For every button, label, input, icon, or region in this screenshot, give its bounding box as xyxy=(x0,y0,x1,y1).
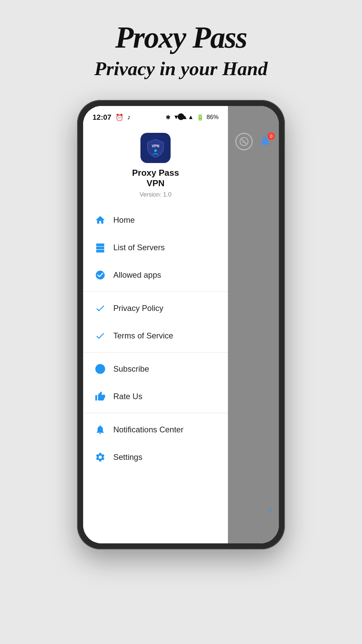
menu-item-privacy-policy[interactable]: Privacy Policy xyxy=(83,294,228,322)
menu-item-subscribe[interactable]: ad Subscribe xyxy=(83,355,228,383)
phone-frame: 12:07 ⏰ ♪ ✱ ▼ ▲▲ 🔋 86% xyxy=(77,100,285,549)
menu-label-list-of-servers: List of Servers xyxy=(113,243,165,252)
allowed-apps-icon xyxy=(94,269,107,281)
servers-icon xyxy=(94,241,107,254)
menu-label-rate-us: Rate Us xyxy=(113,392,142,401)
menu-divider-2 xyxy=(83,352,228,353)
notifications-icon xyxy=(94,423,107,436)
battery-percent: 86% xyxy=(206,114,219,121)
menu-item-notifications-center[interactable]: Notifications Center xyxy=(83,416,228,443)
battery-icon: 🔋 xyxy=(196,114,204,121)
menu-container: Home List of Servers Allowed apps xyxy=(83,206,228,471)
status-bar: 12:07 ⏰ ♪ ✱ ▼ ▲▲ 🔋 86% xyxy=(83,106,228,124)
hero-section: Proxy Pass Privacy in your Hand xyxy=(94,20,267,80)
bell-button[interactable]: 0 xyxy=(259,135,272,149)
menu-divider-1 xyxy=(83,291,228,292)
home-icon xyxy=(94,214,107,226)
menu-item-rate-us[interactable]: Rate Us xyxy=(83,383,228,410)
time-display: 12:07 xyxy=(93,113,111,122)
subscribe-icon: ad xyxy=(94,363,107,375)
menu-label-subscribe: Subscribe xyxy=(113,364,149,374)
arrow-right[interactable]: › xyxy=(268,504,272,517)
bluetooth-icon: ✱ xyxy=(166,114,171,121)
drawer: 12:07 ⏰ ♪ ✱ ▼ ▲▲ 🔋 86% xyxy=(83,106,228,543)
app-name: Proxy PassVPN xyxy=(132,168,179,189)
rate-us-icon xyxy=(94,390,107,403)
menu-label-home: Home xyxy=(113,215,135,225)
menu-label-privacy-policy: Privacy Policy xyxy=(113,304,163,313)
menu-item-allowed-apps[interactable]: Allowed apps xyxy=(83,261,228,289)
svg-text:ad: ad xyxy=(99,367,103,371)
app-version: Version: 1.0 xyxy=(140,191,172,198)
status-icons-right: ✱ ▼ ▲▲ 🔋 86% xyxy=(166,114,219,121)
privacy-policy-icon xyxy=(94,302,107,315)
svg-text:VPN: VPN xyxy=(152,144,160,148)
terms-icon xyxy=(94,329,107,342)
alarm-icon: ⏰ xyxy=(115,113,124,121)
camera-dot xyxy=(178,113,184,120)
menu-label-notifications-center: Notifications Center xyxy=(113,425,183,434)
drawer-header: VPN Proxy PassVPN Version: 1.0 xyxy=(83,126,228,204)
no-ads-icon-circle[interactable]: ad xyxy=(235,133,253,150)
svg-point-1 xyxy=(154,149,157,152)
menu-item-settings[interactable]: Settings xyxy=(83,443,228,471)
main-top-icons: ad 0 xyxy=(229,126,278,157)
menu-item-terms-of-service[interactable]: Terms of Service xyxy=(83,322,228,350)
menu-item-list-of-servers[interactable]: List of Servers xyxy=(83,234,228,261)
hero-title-main: Proxy Pass xyxy=(94,20,267,55)
app-icon: VPN xyxy=(140,133,171,163)
menu-item-home[interactable]: Home xyxy=(83,206,228,234)
menu-label-terms-of-service: Terms of Service xyxy=(113,331,173,340)
menu-label-allowed-apps: Allowed apps xyxy=(113,270,161,280)
hero-title-sub: Privacy in your Hand xyxy=(94,57,267,80)
status-icons-left: ⏰ ♪ xyxy=(115,113,130,121)
menu-divider-3 xyxy=(83,413,228,413)
svg-text:ad: ad xyxy=(242,141,245,144)
main-content: ad 0 › xyxy=(228,106,279,543)
tiktok-icon: ♪ xyxy=(127,113,130,121)
settings-icon xyxy=(94,451,107,464)
notification-badge: 0 xyxy=(267,132,275,140)
menu-label-settings: Settings xyxy=(113,452,142,462)
phone-screen: 12:07 ⏰ ♪ ✱ ▼ ▲▲ 🔋 86% xyxy=(83,106,279,543)
